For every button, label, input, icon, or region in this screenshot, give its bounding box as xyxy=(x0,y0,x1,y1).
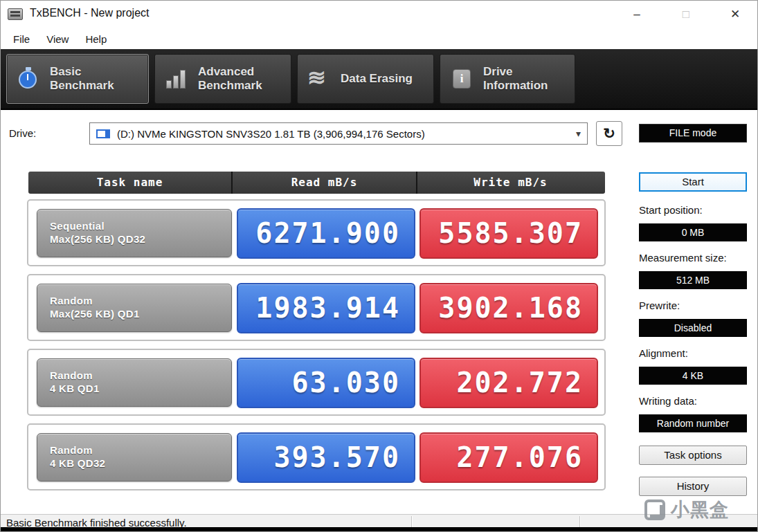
write-value: 3902.168 xyxy=(419,283,598,333)
header-read: Read mB/s xyxy=(231,172,416,194)
read-value: 63.030 xyxy=(237,358,415,408)
alignment-label: Alignment: xyxy=(639,347,688,359)
tab-label-line1: Data Erasing xyxy=(341,72,413,85)
table-header: Task name Read mB/s Write mB/s xyxy=(28,172,605,194)
menu-item-view[interactable]: View xyxy=(38,30,77,48)
tab-label-line1: Advanced xyxy=(198,65,254,78)
tab-label-line1: Drive xyxy=(483,65,513,78)
drive-icon xyxy=(96,129,110,138)
app-window: TxBENCH - New project – □ ✕ File View He… xyxy=(0,0,758,532)
start-button[interactable]: Start xyxy=(639,172,747,192)
task-button[interactable]: Sequential Max(256 KB) QD32 xyxy=(37,209,232,257)
task-name-line2: 4 KB QD32 xyxy=(50,457,231,470)
start-position-field[interactable]: 0 MB xyxy=(639,223,747,241)
writing-data-label: Writing data: xyxy=(639,395,697,407)
alignment-field[interactable]: 4 KB xyxy=(639,367,747,385)
task-name-line1: Random xyxy=(50,295,231,308)
task-name-line2: Max(256 KB) QD1 xyxy=(50,308,231,321)
window-title: TxBENCH - New project xyxy=(30,7,149,19)
tab-drive-information[interactable]: i DriveInformation xyxy=(440,54,575,104)
watermark-text: 小黑盒 xyxy=(671,497,729,522)
eraser-icon: ≋ xyxy=(307,66,332,91)
bar-chart-icon xyxy=(165,66,190,91)
header-write: Write mB/s xyxy=(416,172,604,194)
task-name-line2: 4 KB QD1 xyxy=(50,383,231,396)
tab-bar: BasicBenchmark AdvancedBenchmark ≋ Data … xyxy=(1,49,757,110)
read-value: 393.570 xyxy=(237,432,415,483)
menu-item-file[interactable]: File xyxy=(5,30,38,48)
tab-label-line2: Information xyxy=(483,79,548,92)
task-button[interactable]: Random Max(256 KB) QD1 xyxy=(37,284,232,332)
menu-item-help[interactable]: Help xyxy=(77,30,115,48)
start-position-label: Start position: xyxy=(639,204,703,216)
write-value: 5585.307 xyxy=(419,208,598,259)
close-button[interactable]: ✕ xyxy=(719,5,751,24)
task-name-line2: Max(256 KB) QD32 xyxy=(50,233,231,246)
table-row: Random Max(256 KB) QD1 1983.914 3902.168 xyxy=(27,274,606,341)
read-value: 6271.900 xyxy=(237,208,415,259)
task-name-line1: Sequential xyxy=(50,220,231,233)
chevron-down-icon: ▾ xyxy=(576,128,581,139)
drive-label: Drive: xyxy=(9,127,36,139)
task-button[interactable]: Random 4 KB QD32 xyxy=(37,433,232,481)
read-value: 1983.914 xyxy=(237,283,415,333)
info-icon: i xyxy=(450,66,475,91)
table-row: Random 4 KB QD32 393.570 277.076 xyxy=(27,423,606,490)
write-value: 277.076 xyxy=(419,432,598,483)
writing-data-field[interactable]: Random number xyxy=(639,414,747,432)
maximize-button[interactable]: □ xyxy=(670,5,702,24)
drive-select[interactable]: (D:) NVMe KINGSTON SNV3S20 1.81 TB (3,90… xyxy=(89,122,588,145)
refresh-button[interactable]: ↻ xyxy=(596,121,622,146)
drive-value: (D:) NVMe KINGSTON SNV3S20 1.81 TB (3,90… xyxy=(117,128,425,140)
menu-bar: File View Help xyxy=(1,28,757,49)
history-button[interactable]: History xyxy=(639,477,747,496)
measurement-size-field[interactable]: 512 MB xyxy=(639,271,747,289)
file-mode-button[interactable]: FILE mode xyxy=(639,124,747,143)
header-task-name: Task name xyxy=(28,172,231,194)
task-name-line1: Random xyxy=(50,369,231,383)
task-options-button[interactable]: Task options xyxy=(639,446,747,465)
tab-basic-benchmark[interactable]: BasicBenchmark xyxy=(6,54,149,104)
stopwatch-icon xyxy=(17,66,42,91)
heybox-watermark: 小黑盒 xyxy=(644,497,729,522)
table-row: Random 4 KB QD1 63.030 202.772 xyxy=(27,349,606,416)
prewrite-label: Prewrite: xyxy=(639,300,680,311)
task-button[interactable]: Random 4 KB QD1 xyxy=(37,358,232,407)
title-bar: TxBENCH - New project – □ ✕ xyxy=(1,1,757,28)
table-row: Sequential Max(256 KB) QD32 6271.900 558… xyxy=(27,199,606,266)
tab-data-erasing[interactable]: ≋ Data Erasing xyxy=(297,54,434,104)
task-name-line1: Random xyxy=(50,444,231,457)
prewrite-field[interactable]: Disabled xyxy=(639,319,747,337)
tab-label-line2: Benchmark xyxy=(50,79,114,92)
write-value: 202.772 xyxy=(419,358,598,408)
bottom-strip xyxy=(1,527,757,531)
tab-label-line1: Basic xyxy=(50,65,81,78)
app-icon xyxy=(8,8,23,20)
tab-label-line2: Benchmark xyxy=(198,79,262,92)
heybox-logo-icon xyxy=(644,499,665,520)
tab-advanced-benchmark[interactable]: AdvancedBenchmark xyxy=(154,54,291,104)
measurement-size-label: Measurement size: xyxy=(639,252,727,264)
minimize-button[interactable]: – xyxy=(621,5,653,24)
refresh-icon: ↻ xyxy=(603,125,615,141)
